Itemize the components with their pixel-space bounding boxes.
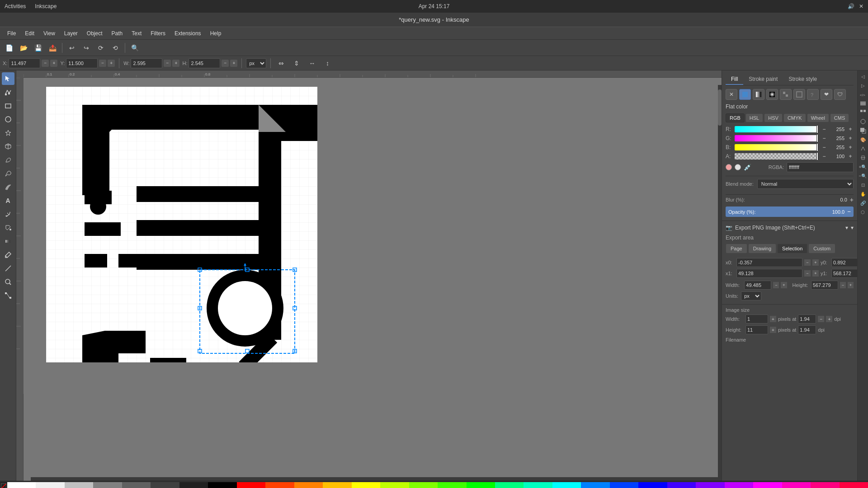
fill-swatch-btn[interactable]: [793, 89, 805, 100]
color-tab-wheel[interactable]: Wheel: [807, 113, 829, 122]
swatch-rose[interactable]: [840, 482, 868, 488]
rect-tool[interactable]: [2, 99, 14, 112]
xml-editor-btn[interactable]: </>: [859, 90, 867, 99]
swatch-indigo[interactable]: [667, 482, 696, 488]
blend-select[interactable]: Normal Multiply Screen Overlay Darken Li…: [757, 179, 854, 189]
r-minus[interactable]: −: [821, 126, 827, 132]
callig-tool[interactable]: [2, 181, 14, 193]
swatch-azure[interactable]: [581, 482, 609, 488]
g-slider[interactable]: [735, 135, 818, 141]
zoom-tool[interactable]: [2, 276, 14, 288]
export-width-input[interactable]: [744, 281, 771, 290]
opacity-minus-btn[interactable]: −: [847, 208, 851, 215]
units-select[interactable]: px mm in: [741, 291, 761, 300]
open-btn[interactable]: 📂: [17, 42, 30, 54]
tab-stroke-paint[interactable]: Stroke paint: [743, 74, 783, 85]
connector-tool[interactable]: [2, 289, 14, 302]
align-btn[interactable]: [859, 154, 867, 162]
swatch-red[interactable]: [237, 482, 265, 488]
swatch-white[interactable]: [7, 482, 36, 488]
swatch-violet[interactable]: [696, 482, 724, 488]
new-btn[interactable]: 📄: [3, 42, 15, 54]
rgba-input[interactable]: [787, 162, 854, 172]
r-slider[interactable]: [735, 126, 818, 132]
no-fill-btn[interactable]: [0, 482, 7, 488]
color-tab-rgb[interactable]: RGB: [726, 113, 745, 122]
x-minus-btn[interactable]: −: [42, 60, 49, 67]
b-slider[interactable]: [735, 144, 818, 150]
x-plus-btn[interactable]: +: [50, 60, 57, 67]
star-tool[interactable]: [2, 127, 14, 139]
dpi-input2[interactable]: [798, 325, 816, 334]
swatch-bright-green[interactable]: [438, 482, 466, 488]
text-tool[interactable]: A: [2, 194, 14, 207]
far-right-btn1[interactable]: ◁: [859, 72, 867, 80]
layers-btn[interactable]: [859, 99, 867, 108]
swatch-red-orange[interactable]: [265, 482, 294, 488]
scrollbar-bottom[interactable]: [31, 477, 718, 481]
width-plus[interactable]: +: [781, 282, 787, 288]
swatch-blue[interactable]: [610, 482, 638, 488]
export-tab-selection[interactable]: Selection: [777, 244, 807, 253]
color-tab-hsv[interactable]: HSV: [764, 113, 783, 122]
swatch-amber[interactable]: [323, 482, 351, 488]
activities-label[interactable]: Activities: [5, 3, 26, 9]
close-icon[interactable]: ✕: [859, 3, 863, 9]
color-strip[interactable]: [0, 481, 868, 488]
transform-btn1[interactable]: ⇔: [275, 57, 288, 70]
menu-layer[interactable]: Layer: [61, 29, 81, 38]
swatch-light-gray[interactable]: [36, 482, 64, 488]
zoom-out-btn[interactable]: −🔍: [859, 172, 867, 180]
menu-filters[interactable]: Filters: [147, 29, 169, 38]
fill-radial-btn[interactable]: [766, 89, 778, 100]
menu-edit[interactable]: Edit: [21, 29, 38, 38]
color-dot2[interactable]: [735, 164, 741, 170]
fill-none-btn[interactable]: ✕: [726, 89, 737, 100]
unit-select[interactable]: px mm cm in: [246, 58, 266, 68]
fill-stroke-btn[interactable]: [859, 127, 867, 135]
circle-tool[interactable]: [2, 113, 14, 126]
export-height-input[interactable]: [811, 281, 838, 290]
transform-btn2[interactable]: ⇕: [290, 57, 303, 70]
transform-btn4[interactable]: ↕: [321, 57, 334, 70]
swatch-yellow[interactable]: [352, 482, 380, 488]
fill-pattern-btn[interactable]: [780, 89, 792, 100]
dpi-input[interactable]: [798, 314, 816, 324]
swatch-hot-pink[interactable]: [782, 482, 811, 488]
color-dot1[interactable]: [726, 164, 732, 170]
dpi-plus[interactable]: +: [826, 316, 832, 322]
height-plus[interactable]: +: [848, 282, 854, 288]
menu-help[interactable]: Help: [207, 29, 225, 38]
undo2-btn[interactable]: ⟳: [94, 42, 107, 54]
b-minus[interactable]: −: [821, 144, 827, 150]
x0-input[interactable]: [736, 258, 802, 267]
y-plus-btn[interactable]: +: [108, 60, 115, 67]
swatch-gray[interactable]: [93, 482, 122, 488]
redo-btn[interactable]: ↪: [80, 42, 93, 54]
far-right-btn2[interactable]: ▷: [859, 81, 867, 89]
symbols-btn[interactable]: [859, 117, 867, 126]
h-plus-btn[interactable]: +: [230, 60, 237, 67]
swatch-lime[interactable]: [409, 482, 438, 488]
w-plus-btn[interactable]: +: [172, 60, 179, 67]
img-width-input[interactable]: [745, 314, 768, 324]
eyedropper-tool[interactable]: [2, 249, 14, 261]
gradient-tool[interactable]: [2, 235, 14, 248]
swatch-purple[interactable]: [725, 482, 753, 488]
swatches-btn[interactable]: 🎨: [859, 136, 867, 144]
g-minus[interactable]: −: [821, 135, 827, 141]
redo2-btn[interactable]: ⟲: [109, 42, 122, 54]
export-btn[interactable]: 📤: [46, 42, 59, 54]
x1-plus[interactable]: +: [812, 270, 819, 277]
w-input[interactable]: [131, 58, 162, 68]
blur-plus-btn[interactable]: +: [850, 196, 854, 203]
h-minus-btn[interactable]: −: [222, 60, 229, 67]
export-tab-drawing[interactable]: Drawing: [748, 244, 776, 253]
spray-tool[interactable]: [2, 208, 14, 221]
menu-object[interactable]: Object: [83, 29, 106, 38]
swatch-black[interactable]: [208, 482, 236, 488]
menu-file[interactable]: File: [4, 29, 19, 38]
width-minus[interactable]: −: [773, 282, 779, 288]
save-btn[interactable]: 💾: [32, 42, 44, 54]
x1-input[interactable]: [736, 269, 802, 278]
